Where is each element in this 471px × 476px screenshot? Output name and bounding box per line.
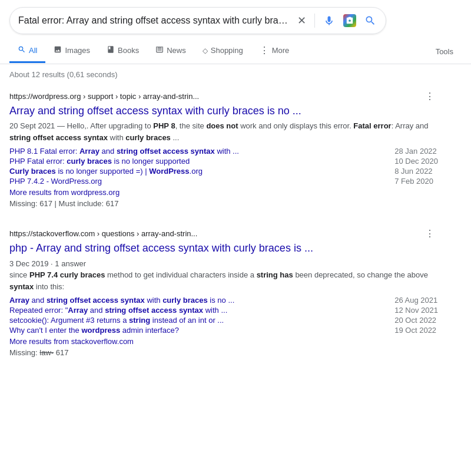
missing-text: Missing: law- 617 xyxy=(9,348,438,357)
mic-icon xyxy=(323,15,335,27)
search-icons: ✕ xyxy=(296,13,377,28)
all-icon xyxy=(18,45,26,55)
tab-news[interactable]: News xyxy=(147,38,194,63)
sub-result-link[interactable]: PHP Fatal error: curly braces is no long… xyxy=(9,157,385,166)
tab-shopping-label: Shopping xyxy=(211,46,243,55)
sub-result-link[interactable]: Why can't I enter the wordpress admin in… xyxy=(9,326,385,335)
tab-images-label: Images xyxy=(65,46,90,55)
sub-result-link[interactable]: Curly braces is no longer supported =) |… xyxy=(9,167,385,176)
sub-result-date: 19 Oct 2022 xyxy=(394,326,438,335)
image-search-button[interactable] xyxy=(342,13,357,28)
books-icon xyxy=(107,45,115,55)
sub-result-date: 10 Dec 2020 xyxy=(394,157,438,166)
sub-result-date: 20 Oct 2022 xyxy=(394,316,438,325)
divider xyxy=(314,14,315,28)
result-url: https://stackoverflow.com › questions › … xyxy=(9,229,197,238)
close-icon: ✕ xyxy=(297,14,306,27)
sub-results: Array and string offset access syntax wi… xyxy=(9,296,438,335)
search-submit-button[interactable] xyxy=(363,14,377,28)
result-title-link[interactable]: Array and string offset access syntax wi… xyxy=(9,104,438,118)
tools-button[interactable]: Tools xyxy=(427,40,462,62)
search-query: Fatal error: Array and string offset acc… xyxy=(18,15,291,26)
search-bar-container: Fatal error: Array and string offset acc… xyxy=(0,0,471,34)
search-icon xyxy=(364,15,376,27)
tab-all-label: All xyxy=(29,46,37,55)
result-url: https://wordpress.org › support › topic … xyxy=(9,92,199,101)
result-options-button[interactable]: ⋮ xyxy=(422,90,438,103)
result-url-row: https://stackoverflow.com › questions › … xyxy=(9,227,438,240)
result-snippet: 20 Sept 2021 — Hello,. After upgrading t… xyxy=(9,120,438,143)
result-separator xyxy=(0,213,471,220)
sub-result-date: 8 Jun 2022 xyxy=(394,167,438,176)
search-bar: Fatal error: Array and string offset acc… xyxy=(9,7,386,34)
tab-shopping[interactable]: ◇ Shopping xyxy=(194,39,251,62)
sub-result-date: 28 Jan 2022 xyxy=(394,147,438,156)
result-item: https://wordpress.org › support › topic … xyxy=(0,82,447,213)
sub-result-date: 26 Aug 2021 xyxy=(394,296,438,305)
camera-icon xyxy=(343,14,356,27)
tab-more-label: More xyxy=(272,46,290,55)
sub-results: PHP 8.1 Fatal error: Array and string of… xyxy=(9,147,438,186)
news-icon xyxy=(155,45,164,55)
result-item: https://stackoverflow.com › questions › … xyxy=(0,220,447,362)
search-tabs: All Images Books News ◇ Shopping ⋮ More … xyxy=(0,38,471,64)
more-results-from-domain[interactable]: More results from wordpress.org xyxy=(9,188,438,197)
result-options-button[interactable]: ⋮ xyxy=(422,227,438,240)
shopping-icon: ◇ xyxy=(203,47,208,55)
sub-result-date: 7 Feb 2020 xyxy=(394,177,438,186)
sub-result-link[interactable]: PHP 8.1 Fatal error: Array and string of… xyxy=(9,147,385,156)
more-dots-icon: ⋮ xyxy=(260,45,269,56)
sub-result-link[interactable]: setcookie(): Argument #3 returns a strin… xyxy=(9,316,385,325)
sub-result-link[interactable]: PHP 7.4.2 - WordPress.org xyxy=(9,177,385,186)
tab-more[interactable]: ⋮ More xyxy=(251,38,298,64)
sub-result-link[interactable]: Array and string offset access syntax wi… xyxy=(9,296,385,305)
missing-text: Missing: 617 | Must include: 617 xyxy=(9,199,438,208)
images-icon xyxy=(54,45,62,55)
sub-result-date: 12 Nov 2021 xyxy=(394,306,438,315)
tab-images[interactable]: Images xyxy=(45,38,98,63)
tab-all[interactable]: All xyxy=(9,38,45,63)
sub-result-link[interactable]: Repeated error: "Array and string offset… xyxy=(9,306,385,315)
result-title-link[interactable]: php - Array and string offset access syn… xyxy=(9,242,438,255)
more-results-from-domain[interactable]: More results from stackoverflow.com xyxy=(9,337,438,346)
tab-books-label: Books xyxy=(118,46,139,55)
results-count: About 12 results (0,61 seconds) xyxy=(0,64,471,82)
clear-button[interactable]: ✕ xyxy=(296,13,307,28)
result-snippet: 3 Dec 2019 · 1 answersince PHP 7.4 curly… xyxy=(9,258,438,293)
result-url-row: https://wordpress.org › support › topic … xyxy=(9,90,438,103)
voice-search-button[interactable] xyxy=(322,14,336,28)
tab-news-label: News xyxy=(167,46,186,55)
tab-books[interactable]: Books xyxy=(98,38,147,63)
